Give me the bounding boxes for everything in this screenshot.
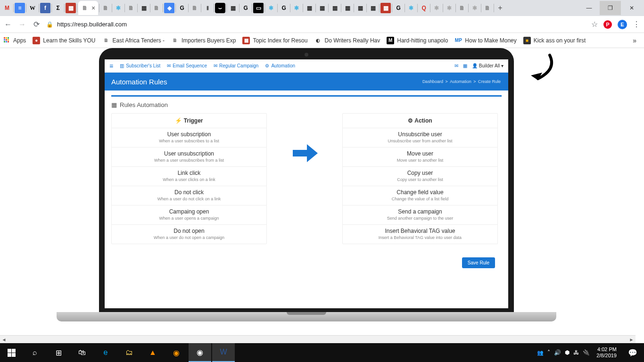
tab-google-icon[interactable]: G: [240, 3, 251, 13]
tab-google-icon[interactable]: G: [279, 3, 289, 13]
tab-bug-icon[interactable]: ✱: [266, 3, 276, 13]
back-button[interactable]: ←: [4, 20, 12, 29]
bookmark-item[interactable]: 🗎Importers Buyers Exp: [171, 37, 236, 44]
network-icon[interactable]: 🖧: [573, 349, 579, 356]
minimize-button[interactable]: —: [578, 1, 600, 15]
action-center-icon[interactable]: 💬: [623, 343, 642, 362]
mail-icon[interactable]: ✉: [454, 63, 458, 68]
search-button[interactable]: ⌕: [24, 343, 46, 362]
url-input[interactable]: 🔒 https://resp.builderall.com: [46, 21, 586, 28]
tab-gmail-icon[interactable]: M: [2, 3, 12, 13]
tab-sigma-icon[interactable]: Σ: [53, 3, 63, 13]
trigger-option[interactable]: Do not openWhen a user do not open a cam…: [112, 224, 266, 244]
save-rule-button[interactable]: Save Rule: [462, 257, 495, 268]
volume-icon[interactable]: 🔊: [554, 349, 561, 356]
forward-button[interactable]: →: [18, 20, 26, 29]
tab-grid-icon[interactable]: ▦: [228, 3, 238, 13]
nav-subscribers[interactable]: ▥ Subscriber's List: [120, 63, 160, 68]
taskview-button[interactable]: ⊞: [47, 343, 70, 362]
trigger-option[interactable]: Do not clickWhen a user do not click on …: [112, 186, 266, 205]
bookmark-star-icon[interactable]: ☆: [591, 20, 598, 29]
battery-icon[interactable]: 🔌: [583, 349, 590, 356]
tab-fb-icon[interactable]: f: [40, 3, 50, 13]
tab-page-icon[interactable]: 🗎: [151, 3, 162, 13]
tab-bug-grey-icon[interactable]: ✱: [470, 3, 480, 13]
tab-red-icon[interactable]: ▦: [66, 3, 76, 13]
crumb-dashboard[interactable]: Dashboard: [422, 79, 443, 84]
nav-campaign[interactable]: ✉ Regular Campaign: [214, 63, 258, 68]
profile-avatar[interactable]: E: [618, 20, 627, 29]
trigger-option[interactable]: Link clickWhen a user clicks on a link: [112, 166, 266, 186]
active-tab[interactable]: 🗎 ×: [78, 1, 98, 15]
bookmark-item[interactable]: ◐Do Writers Really Hav: [314, 37, 380, 44]
action-option[interactable]: Change field valueChange the value of a …: [343, 186, 497, 205]
tab-blue-icon[interactable]: ◆: [164, 3, 174, 13]
apps-button[interactable]: Apps: [4, 37, 26, 44]
crumb-automation[interactable]: Automation: [450, 79, 471, 84]
hamburger-icon[interactable]: ≡: [109, 62, 113, 70]
tab-bug-grey-icon[interactable]: ✱: [444, 3, 454, 13]
tab-google-icon[interactable]: G: [177, 3, 187, 13]
close-button[interactable]: ✕: [621, 1, 642, 15]
tab-bug1-icon[interactable]: ✱: [113, 3, 124, 13]
action-option[interactable]: Move userMove user to another list: [343, 147, 497, 166]
nav-automation[interactable]: ⚙ Automation: [265, 63, 295, 68]
browser-menu-icon[interactable]: ⋮: [633, 20, 640, 29]
trigger-option[interactable]: User unsubscriptionWhen a user unsubscri…: [112, 147, 266, 166]
bookmark-item[interactable]: 🗎East Africa Tenders -: [102, 37, 165, 44]
people-icon[interactable]: 👥: [537, 350, 544, 356]
action-option[interactable]: Send a campaignSend another campaign to …: [343, 205, 497, 224]
tab-page-icon[interactable]: 🗎: [190, 3, 200, 13]
tab-grid-icon[interactable]: ▦: [304, 3, 314, 13]
tab-page-icon[interactable]: 🗎: [457, 3, 467, 13]
reload-button[interactable]: ⟳: [32, 20, 41, 29]
tab-grid-icon[interactable]: ▦: [139, 3, 149, 13]
scroll-right-icon[interactable]: ►: [627, 336, 636, 343]
tab-black-icon[interactable]: ⌣: [215, 3, 225, 13]
bookmark-item[interactable]: MPHow to Make Money: [454, 37, 516, 44]
action-option[interactable]: Insert Behavioral TAG valueInsert a Beha…: [343, 224, 497, 244]
firefox-button[interactable]: ◉: [165, 343, 188, 362]
trigger-option[interactable]: Campaing openWhen a user opens a campaig…: [112, 205, 266, 224]
tab-w-icon[interactable]: W: [27, 3, 38, 13]
tab-grid-icon[interactable]: ▦: [368, 3, 378, 13]
edge-button[interactable]: e: [94, 343, 117, 362]
pinterest-extension-icon[interactable]: P: [603, 20, 612, 29]
tab-grid-icon[interactable]: ▦: [355, 3, 365, 13]
action-option[interactable]: Unsubscribe userUnsubscribe user from an…: [343, 128, 497, 147]
tab-docs-icon[interactable]: ≡: [15, 3, 25, 13]
chrome-button[interactable]: ◉: [189, 343, 211, 362]
taskbar-clock[interactable]: 4:02 PM 2/8/2019: [594, 346, 619, 359]
new-tab-button[interactable]: +: [495, 4, 505, 12]
tray-up-icon[interactable]: ˄: [547, 349, 550, 356]
grid-icon[interactable]: ▦: [463, 63, 467, 68]
tab-page-icon[interactable]: 🗎: [126, 3, 136, 13]
tab-grid-icon[interactable]: ▦: [342, 3, 353, 13]
explorer-button[interactable]: 🗂: [118, 343, 140, 362]
tab-google-icon[interactable]: G: [393, 3, 404, 13]
tab-grid-icon[interactable]: ▦: [317, 3, 327, 13]
tab-close-icon[interactable]: ×: [91, 4, 95, 12]
dropbox-icon[interactable]: ⬢: [565, 349, 570, 356]
bookmarks-overflow-icon[interactable]: »: [633, 37, 640, 44]
word-button[interactable]: W: [212, 343, 235, 362]
tab-bug-icon[interactable]: ✱: [291, 3, 302, 13]
tab-red-icon[interactable]: ▦: [380, 3, 391, 13]
bookmark-item[interactable]: ▦Topic Index for Resou: [242, 37, 307, 44]
tab-bug-grey-icon[interactable]: ✱: [431, 3, 442, 13]
user-dropdown[interactable]: 👤 Builder All ▾: [472, 63, 504, 68]
maximize-button[interactable]: ❐: [600, 1, 621, 15]
action-option[interactable]: Copy userCopy user to another list: [343, 166, 497, 186]
scroll-left-icon[interactable]: ◄: [0, 336, 8, 343]
tab-black2-icon[interactable]: ▭: [253, 3, 264, 13]
vlc-button[interactable]: ▲: [141, 343, 164, 362]
trigger-option[interactable]: User subscriptionWhen a user subscribes …: [112, 128, 266, 147]
start-button[interactable]: [0, 343, 23, 362]
nav-sequence[interactable]: ✉ Email Sequence: [167, 63, 207, 68]
horizontal-scrollbar[interactable]: ◄ ►: [0, 335, 636, 343]
tab-page-icon[interactable]: 🗎: [482, 3, 493, 13]
bookmark-item[interactable]: ●Learn the Skills YOU: [33, 37, 95, 44]
tab-bug-icon[interactable]: ✱: [406, 3, 416, 13]
tab-q-icon[interactable]: Q: [419, 3, 429, 13]
tab-page-icon[interactable]: 🗎: [100, 3, 111, 13]
